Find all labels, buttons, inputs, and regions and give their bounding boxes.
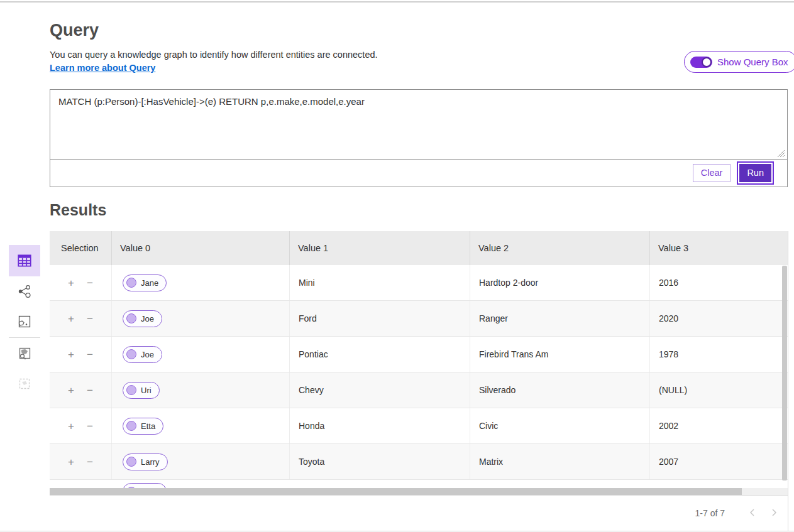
year-cell: 1978 <box>650 337 788 372</box>
entity-pill[interactable]: Etta <box>123 418 163 435</box>
year-cell: (NULL) <box>650 372 788 408</box>
entity-cell: Uri <box>112 372 290 408</box>
pagination-range: 1-7 of 7 <box>695 508 725 518</box>
make-cell: Chevy <box>290 372 470 408</box>
add-to-selection-button[interactable]: + <box>67 385 75 396</box>
selection-cell: + − <box>50 372 112 408</box>
result-view-sidebar <box>9 245 40 399</box>
table-row: + − Larry Toyota Matrix 2007 <box>50 444 788 480</box>
table-row: + − Joe Pontiac Firebird Trans Am 1978 <box>50 337 788 372</box>
model-cell: Ranger <box>470 301 650 336</box>
results-title: Results <box>50 201 106 219</box>
chevron-left-icon <box>748 508 757 518</box>
year-cell: 2002 <box>650 408 788 443</box>
query-button-bar: Clear Run <box>50 159 787 187</box>
remove-from-selection-button[interactable]: − <box>85 421 94 432</box>
query-description: You can query a knowledge graph to ident… <box>50 50 378 60</box>
entity-cell: Jane <box>112 265 290 300</box>
query-box: MATCH (p:Person)-[:HasVehicle]->(e) RETU… <box>50 89 788 187</box>
selection-cell: + − <box>50 301 112 336</box>
entity-cell: Etta <box>112 408 290 443</box>
year-cell: 2016 <box>650 265 788 300</box>
table-view-button[interactable] <box>9 245 40 276</box>
make-cell: Ford <box>290 301 470 336</box>
add-to-selection-button[interactable]: + <box>67 421 75 432</box>
model-cell: Silverado <box>470 372 650 408</box>
query-input[interactable]: MATCH (p:Person)-[:HasVehicle]->(e) RETU… <box>50 90 787 160</box>
table-row: + − Uri Chevy Silverado (NULL) <box>50 372 788 408</box>
entity-cell: Larry <box>112 444 290 479</box>
model-cell: Matrix <box>470 444 650 479</box>
horizontal-scrollbar-track[interactable] <box>50 488 788 495</box>
sidebar-divider <box>9 337 40 338</box>
show-query-box-toggle[interactable]: Show Query Box <box>684 51 794 73</box>
entity-dot-icon <box>126 385 136 395</box>
add-to-map-view-button[interactable] <box>9 339 40 369</box>
map-icon <box>17 314 32 329</box>
map-view-button[interactable] <box>9 307 40 337</box>
chevron-right-icon <box>769 508 778 518</box>
entity-pill[interactable]: Uri <box>123 382 160 399</box>
toggle-label: Show Query Box <box>717 57 788 67</box>
remove-from-selection-button[interactable]: − <box>85 278 94 288</box>
entity-pill[interactable]: Jane <box>123 274 167 291</box>
entity-cell: Joe <box>112 301 290 336</box>
table-row: + − Etta Honda Civic 2002 <box>50 408 788 444</box>
selection-view-button[interactable] <box>9 369 40 399</box>
add-to-map-icon <box>17 346 32 361</box>
add-to-selection-button[interactable]: + <box>67 313 75 324</box>
remove-from-selection-button[interactable]: − <box>85 349 94 360</box>
bottom-divider <box>0 531 794 531</box>
entity-pill[interactable]: Joe <box>123 310 162 327</box>
previous-page-button[interactable] <box>747 508 758 519</box>
entity-label: Joe <box>141 350 154 359</box>
selection-cell: + − <box>50 408 112 443</box>
toggle-switch-icon[interactable] <box>690 57 712 68</box>
entity-dot-icon <box>126 457 136 467</box>
remove-from-selection-button[interactable]: − <box>85 385 94 396</box>
make-cell: Honda <box>290 408 470 443</box>
table-body: + − Jane Mini Hardtop 2-door 2016 + − Jo… <box>50 265 788 480</box>
resize-handle-icon[interactable] <box>777 149 785 158</box>
remove-from-selection-button[interactable]: − <box>85 457 94 467</box>
run-button[interactable]: Run <box>739 164 771 182</box>
horizontal-scrollbar-thumb[interactable] <box>50 488 742 495</box>
table-row-partial <box>50 480 788 488</box>
column-header: Value 3 <box>650 231 788 265</box>
table-row: + − Joe Ford Ranger 2020 <box>50 301 788 337</box>
entity-label: Uri <box>141 386 152 395</box>
entity-label: Etta <box>141 421 155 431</box>
entity-dot-icon <box>126 349 136 359</box>
remove-from-selection-button[interactable]: − <box>85 313 94 324</box>
results-panel: SelectionValue 0Value 1Value 2Value 3 + … <box>50 231 788 531</box>
entity-dot-icon <box>126 421 136 431</box>
entity-pill[interactable] <box>123 483 167 488</box>
add-to-selection-button[interactable]: + <box>67 349 75 360</box>
query-page: Query You can query a knowledge graph to… <box>0 0 794 532</box>
add-to-selection-button[interactable]: + <box>67 457 75 467</box>
toggle-knob <box>702 57 712 67</box>
add-to-selection-button[interactable]: + <box>67 278 75 288</box>
link-chart-view-button[interactable] <box>9 276 40 307</box>
entity-label: Joe <box>141 314 154 323</box>
model-cell: Civic <box>470 408 650 443</box>
next-page-button[interactable] <box>769 508 779 519</box>
table-row: + − Jane Mini Hardtop 2-door 2016 <box>50 265 788 301</box>
entity-label: Jane <box>141 278 158 288</box>
entity-cell: Joe <box>112 337 290 372</box>
entity-pill[interactable]: Joe <box>123 346 162 363</box>
table-icon <box>16 252 33 269</box>
clear-button[interactable]: Clear <box>693 164 731 182</box>
make-cell: Pontiac <box>290 337 470 372</box>
learn-more-link[interactable]: Learn more about Query <box>50 63 155 73</box>
entity-pill[interactable]: Larry <box>123 453 168 470</box>
entity-dot-icon <box>126 278 136 288</box>
selection-cell: + − <box>50 337 112 372</box>
table-footer: 1-7 of 7 <box>50 495 788 531</box>
link-chart-icon <box>17 284 32 299</box>
vertical-scrollbar-thumb[interactable] <box>782 266 787 480</box>
entity-dot-icon <box>126 313 136 323</box>
make-cell: Toyota <box>290 444 470 479</box>
column-header: Value 2 <box>470 231 650 265</box>
page-title: Query <box>50 21 99 40</box>
